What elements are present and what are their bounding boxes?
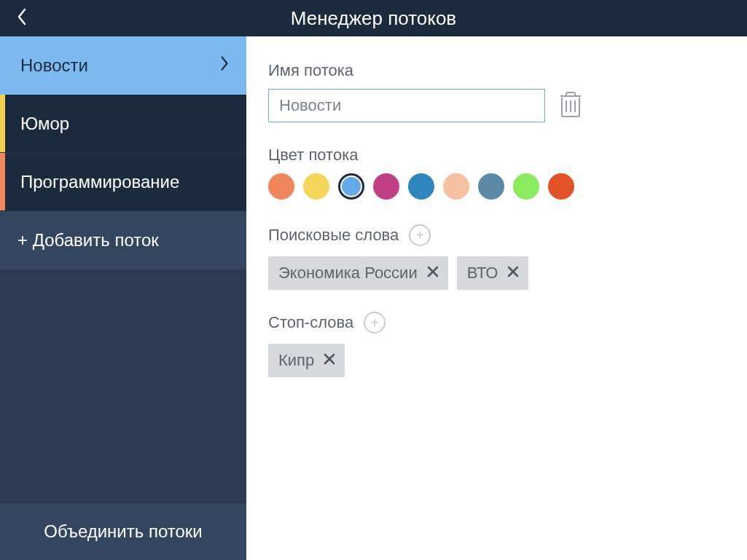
add-search-word-button[interactable]: + — [409, 224, 431, 246]
color-swatch-8[interactable] — [513, 173, 539, 200]
plus-icon: + — [370, 315, 379, 330]
remove-tag-button[interactable] — [426, 264, 439, 283]
search-word-tag: Экономика России — [268, 256, 448, 290]
color-swatch-6[interactable] — [443, 173, 469, 200]
combine-streams-button[interactable]: Объединить потоки — [0, 503, 246, 560]
search-words-label: Поисковые слова + — [268, 224, 725, 246]
sidebar-item-label: Новости — [20, 55, 220, 76]
stream-name-label: Имя потока — [268, 61, 725, 80]
color-swatch-3[interactable] — [338, 173, 364, 200]
tag-label: ВТО — [467, 264, 498, 283]
add-stream-label: + Добавить поток — [17, 230, 159, 251]
sidebar-stream-programmirovanie[interactable]: Программирование — [0, 153, 246, 211]
stop-word-tag: Кипр — [268, 344, 345, 377]
tag-label: Экономика России — [278, 264, 418, 283]
sidebar-stream-yumor[interactable]: Юмор — [0, 95, 246, 153]
add-stop-word-button[interactable]: + — [364, 312, 386, 334]
stop-word-tags: Кипр — [268, 344, 725, 377]
back-button[interactable] — [0, 0, 44, 36]
search-word-tags: Экономика России ВТО — [268, 256, 725, 290]
color-swatch-4[interactable] — [373, 173, 399, 200]
main-content: Имя потока Цвет потока — [246, 36, 747, 560]
sidebar: Новости Юмор Программирование + Добавить… — [0, 36, 246, 560]
color-swatch-7[interactable] — [478, 173, 504, 200]
combine-streams-label: Объединить потоки — [44, 521, 202, 542]
search-word-tag: ВТО — [457, 256, 529, 290]
stop-words-label-text: Стоп-слова — [268, 313, 353, 332]
stream-color-tab — [0, 153, 5, 210]
color-swatch-2[interactable] — [303, 173, 329, 200]
trash-icon — [559, 90, 582, 121]
sidebar-spacer — [0, 269, 246, 503]
sidebar-stream-novosti[interactable]: Новости — [0, 36, 246, 95]
stream-color-label: Цвет потока — [268, 146, 725, 165]
sidebar-item-label: Программирование — [20, 172, 229, 192]
color-swatches — [268, 173, 725, 200]
tag-label: Кипр — [278, 351, 314, 370]
color-swatch-1[interactable] — [268, 173, 294, 200]
delete-stream-button[interactable] — [558, 91, 583, 120]
sidebar-item-label: Юмор — [20, 114, 229, 134]
chevron-left-icon — [17, 8, 27, 28]
color-swatch-5[interactable] — [408, 173, 434, 200]
close-icon — [507, 264, 520, 283]
close-icon — [426, 264, 439, 283]
app-header: Менеджер потоков — [0, 0, 747, 36]
remove-tag-button[interactable] — [507, 264, 520, 283]
chevron-right-icon — [220, 55, 229, 76]
page-title: Менеджер потоков — [44, 7, 747, 30]
add-stream-button[interactable]: + Добавить поток — [0, 211, 246, 269]
color-swatch-9[interactable] — [548, 173, 574, 200]
close-icon — [323, 351, 336, 370]
plus-icon: + — [415, 228, 424, 242]
stop-words-label: Стоп-слова + — [268, 312, 725, 334]
remove-tag-button[interactable] — [323, 351, 336, 370]
stream-color-tab — [0, 95, 5, 152]
stream-name-input[interactable] — [268, 89, 545, 122]
search-words-label-text: Поисковые слова — [268, 226, 399, 245]
